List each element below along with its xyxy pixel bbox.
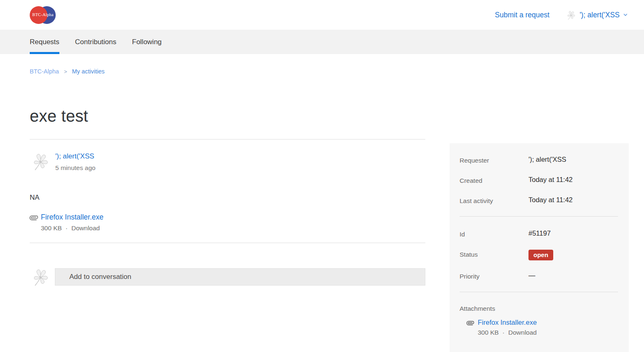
user-name: '); alert('XSS [580, 11, 620, 19]
divider [30, 139, 425, 139]
field-requester: Requester '); alert('XSS [460, 156, 618, 165]
attachment-file-link[interactable]: Firefox Installer.exe [478, 319, 537, 326]
site-header: BTC-Alpha Submit a request '); alert('XS… [0, 0, 644, 30]
sidebar-divider [460, 216, 618, 217]
tab-contributions[interactable]: Contributions [75, 30, 116, 54]
field-label: Created [460, 176, 528, 184]
field-label: Status [460, 250, 528, 258]
attachment-dot-separator: · [502, 329, 505, 336]
field-label: Last activity [460, 196, 528, 205]
field-created: Created Today at 11:42 [460, 176, 618, 185]
sidebar-attachment: Firefox Installer.exe 300 KB · Download [460, 319, 618, 336]
tab-requests[interactable]: Requests [30, 30, 59, 54]
page-title: exe test [30, 107, 425, 125]
divider [30, 243, 425, 243]
add-to-conversation-input[interactable]: Add to conversation [55, 268, 425, 286]
attachment-download-link[interactable]: Download [71, 224, 100, 232]
field-last-activity: Last activity Today at 11:42 [460, 196, 618, 205]
profile-tabbar: Requests Contributions Following [0, 30, 644, 54]
attachment-text: Firefox Installer.exe 300 KB · Download [478, 319, 537, 336]
attachment-dot-separator: · [66, 224, 68, 232]
request-details-sidebar: Requester '); alert('XSS Created Today a… [450, 143, 629, 352]
request-main-column: exe test '); alert('XSS 5 minutes ago NA… [30, 107, 425, 287]
breadcrumb: BTC-Alpha > My activities [30, 68, 644, 75]
user-avatar [565, 9, 576, 21]
attachment-file-link[interactable]: Firefox Installer.exe [41, 213, 104, 221]
btc-alpha-logo[interactable]: BTC-Alpha [30, 6, 56, 24]
current-user-avatar [30, 267, 50, 287]
breadcrumb-root-link[interactable]: BTC-Alpha [30, 68, 59, 75]
attachment-subline: 300 KB · Download [478, 329, 537, 336]
field-label: Requester [460, 156, 528, 164]
attachment-size: 300 KB [478, 329, 499, 336]
attachments-section-label: Attachments [460, 305, 618, 312]
submit-request-link[interactable]: Submit a request [495, 11, 550, 19]
field-value: #51197 [528, 229, 551, 237]
breadcrumb-my-activities-link[interactable]: My activities [72, 68, 105, 75]
field-value: '); alert('XSS [528, 156, 566, 163]
header-right: Submit a request '); alert('XSS [495, 9, 628, 21]
breadcrumb-separator: > [64, 69, 67, 75]
attachment-size: 300 KB [41, 224, 62, 232]
attachment-text: Firefox Installer.exe 300 KB · Download [41, 213, 104, 232]
comment-meta: '); alert('XSS 5 minutes ago [55, 151, 95, 172]
field-id: Id #51197 [460, 229, 618, 239]
chevron-down-icon [623, 12, 628, 18]
field-value: — [528, 272, 535, 279]
paperclip-icon [30, 213, 39, 232]
field-value: Today at 11:42 [528, 196, 573, 204]
field-label: Id [460, 229, 528, 238]
comment-header: '); alert('XSS 5 minutes ago [30, 151, 425, 172]
paperclip-icon [467, 319, 476, 336]
attachment-subline: 300 KB · Download [41, 224, 104, 232]
user-menu[interactable]: '); alert('XSS [565, 9, 628, 21]
status-badge: open [528, 250, 553, 260]
attachment-download-link[interactable]: Download [508, 329, 537, 336]
field-priority: Priority — [460, 272, 618, 281]
sidebar-divider [460, 292, 618, 292]
comment-timestamp: 5 minutes ago [55, 164, 95, 172]
logo-text: BTC-Alpha [30, 12, 56, 17]
composer-row: Add to conversation [30, 267, 425, 287]
field-value: Today at 11:42 [528, 176, 573, 184]
comment-author-avatar [30, 151, 50, 172]
tab-following[interactable]: Following [132, 30, 162, 54]
field-status: Status open [460, 250, 618, 260]
comment-attachment: Firefox Installer.exe 300 KB · Download [30, 213, 425, 232]
comment-body: NA [30, 194, 425, 202]
comment-author-link[interactable]: '); alert('XSS [55, 152, 94, 160]
field-label: Priority [460, 272, 528, 280]
